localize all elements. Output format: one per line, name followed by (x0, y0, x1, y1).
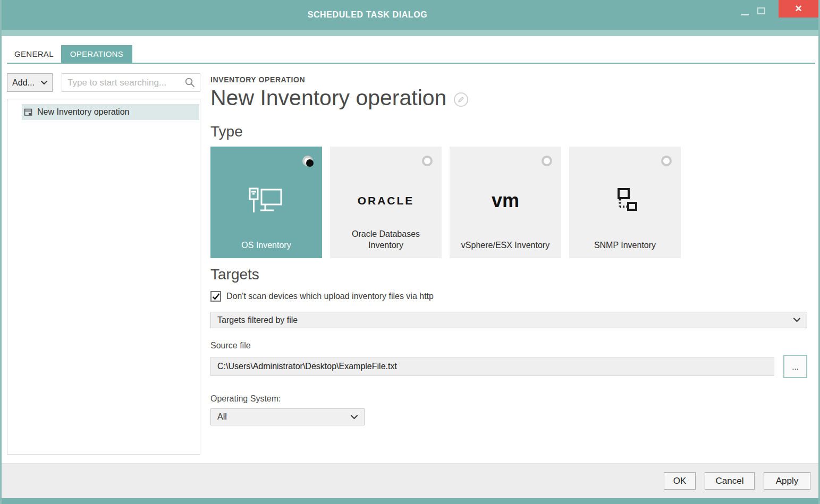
type-heading: Type (210, 123, 807, 140)
oracle-logo: ORACLE (330, 174, 442, 227)
bottom-accent-strip (2, 498, 818, 504)
tab-general[interactable]: GENERAL (7, 45, 61, 63)
dialog-footer: OK Cancel Apply (2, 463, 818, 498)
radio-unselected-icon[interactable] (422, 156, 433, 166)
inventory-operation-panel: INVENTORY OPERATION New Inventory operat… (210, 64, 807, 463)
edit-icon[interactable] (454, 92, 468, 107)
list-item-new-inventory-operation[interactable]: New Inventory operation (22, 104, 199, 120)
operations-sidebar: Add... (7, 64, 200, 463)
tab-operations[interactable]: OPERATIONS (61, 45, 132, 63)
chevron-down-icon (793, 318, 800, 322)
tab-bar: GENERAL OPERATIONS (2, 45, 818, 63)
radio-unselected-icon[interactable] (542, 156, 552, 166)
targets-filter-select[interactable]: Targets filtered by file (210, 312, 807, 328)
targets-heading: Targets (210, 266, 807, 283)
add-button[interactable]: Add... (7, 73, 53, 92)
checkmark-icon (212, 293, 220, 300)
radio-unselected-icon[interactable] (661, 156, 672, 166)
operations-list: New Inventory operation (7, 99, 200, 455)
ok-button[interactable]: OK (664, 472, 696, 490)
cancel-button[interactable]: Cancel (705, 472, 755, 490)
list-item-label: New Inventory operation (37, 107, 129, 117)
apply-button[interactable]: Apply (764, 472, 810, 490)
dont-scan-checkbox-label: Don't scan devices which upload inventor… (226, 292, 434, 301)
operating-system-select[interactable]: All (210, 408, 365, 425)
browse-button[interactable]: ... (783, 355, 807, 378)
minimize-icon[interactable] (741, 14, 749, 15)
maximize-icon[interactable] (757, 7, 765, 14)
tile-label: SNMP Inventory (573, 240, 677, 251)
type-tile-oracle-databases[interactable]: ORACLE Oracle Databases Inventory (330, 147, 442, 258)
operating-system-value: All (217, 412, 351, 422)
source-file-input[interactable] (210, 357, 774, 376)
search-input[interactable] (67, 78, 185, 88)
search-icon (185, 78, 195, 88)
chevron-down-icon (41, 81, 47, 85)
dont-scan-checkbox[interactable] (210, 291, 221, 302)
search-box (62, 73, 200, 92)
inventory-operation-icon (24, 108, 33, 117)
window-title: SCHEDULED TASK DIALOG (2, 10, 733, 20)
section-eyebrow: INVENTORY OPERATION (210, 75, 807, 84)
tile-label: OS Inventory (215, 240, 318, 251)
targets-filter-value: Targets filtered by file (217, 315, 793, 325)
type-tiles: OS Inventory ORACLE Oracle Databases Inv… (210, 147, 807, 258)
titlebar: SCHEDULED TASK DIALOG ✕ (2, 0, 818, 30)
scheduled-task-dialog: SCHEDULED TASK DIALOG ✕ GENERAL OPERATIO… (0, 0, 820, 504)
titlebar-accent-strip (2, 30, 818, 36)
page-title: New Inventory operation (210, 86, 446, 110)
radio-selected-icon[interactable] (302, 156, 313, 166)
type-tile-snmp[interactable]: SNMP Inventory (569, 147, 681, 258)
tile-label: vSphere/ESX Inventory (454, 240, 557, 251)
source-file-label: Source file (210, 341, 807, 351)
chevron-down-icon (351, 415, 358, 420)
os-inventory-icon (210, 174, 322, 227)
sidebar-controls: Add... (7, 73, 200, 92)
add-button-label: Add... (12, 78, 35, 88)
operating-system-label: Operating System: (210, 394, 807, 404)
tile-label: Oracle Databases Inventory (334, 228, 437, 251)
type-tile-vsphere-esx[interactable]: vm vSphere/ESX Inventory (450, 147, 561, 258)
vmware-logo: vm (450, 174, 561, 227)
window-controls: ✕ (733, 0, 818, 30)
close-icon[interactable]: ✕ (779, 0, 818, 18)
snmp-icon (569, 174, 681, 227)
type-tile-os-inventory[interactable]: OS Inventory (210, 147, 322, 258)
dialog-content: GENERAL OPERATIONS Add... (2, 36, 818, 498)
